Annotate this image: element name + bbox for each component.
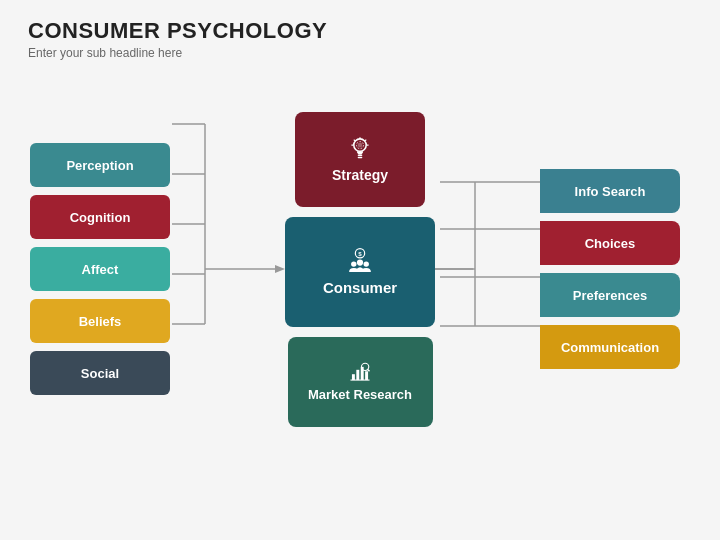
svg-marker-7 (275, 265, 285, 273)
cognition-label: Cognition (70, 210, 131, 225)
svg-line-40 (368, 369, 370, 371)
market-icon (349, 361, 371, 383)
beliefs-box: Beliefs (30, 299, 170, 343)
beliefs-label: Beliefs (79, 314, 122, 329)
svg-rect-21 (358, 157, 363, 159)
svg-rect-34 (352, 374, 355, 380)
svg-line-23 (354, 140, 355, 141)
market-research-box: Market Research (288, 337, 433, 427)
lightbulb-icon (346, 135, 374, 163)
page-title: CONSUMER PSYCHOLOGY (28, 18, 692, 44)
affect-box: Affect (30, 247, 170, 291)
center-column: Strategy $ Consumer (285, 74, 435, 464)
preferences-box: Preferences (540, 273, 680, 317)
svg-rect-35 (356, 370, 359, 380)
svg-line-24 (365, 140, 366, 141)
diagram: Perception Cognition Affect Beliefs Soci… (30, 74, 690, 464)
communication-box: Communication (540, 325, 680, 369)
info-search-box: Info Search (540, 169, 680, 213)
page-subtitle: Enter your sub headline here (28, 46, 692, 60)
slide: CONSUMER PSYCHOLOGY Enter your sub headl… (0, 0, 720, 540)
social-label: Social (81, 366, 119, 381)
svg-text:$: $ (358, 250, 362, 257)
svg-point-33 (364, 261, 369, 266)
left-column: Perception Cognition Affect Beliefs Soci… (30, 74, 180, 464)
social-box: Social (30, 351, 170, 395)
consumer-box: $ Consumer (285, 217, 435, 327)
svg-rect-37 (365, 371, 368, 380)
svg-point-32 (357, 259, 363, 265)
svg-rect-20 (358, 154, 363, 156)
choices-box: Choices (540, 221, 680, 265)
strategy-box: Strategy (295, 112, 425, 207)
perception-box: Perception (30, 143, 170, 187)
consumer-icon: $ (346, 247, 374, 275)
svg-point-27 (358, 143, 363, 148)
cognition-box: Cognition (30, 195, 170, 239)
svg-point-31 (351, 261, 356, 266)
right-column: Info Search Choices Preferences Communic… (540, 74, 690, 464)
